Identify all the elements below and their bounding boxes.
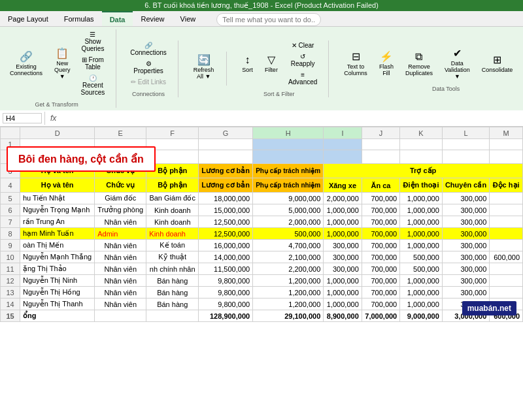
r9-phucap[interactable]: 4,700,000 xyxy=(253,240,324,251)
r10-phucap[interactable]: 2,100,000 xyxy=(253,251,324,263)
r13-hovaten[interactable]: Nguyễn Thị Hồng xyxy=(20,287,95,299)
r2-j[interactable] xyxy=(362,150,399,164)
r6-dochai[interactable] xyxy=(490,204,523,216)
r5-dochai[interactable] xyxy=(490,193,523,204)
r9-dienthoai[interactable]: 1,000,000 xyxy=(400,240,443,251)
r1-l[interactable] xyxy=(442,139,489,150)
formula-input[interactable] xyxy=(61,114,520,123)
r12-hovaten[interactable]: Nguyễn Thị Ninh xyxy=(20,275,95,287)
relations-button[interactable]: 🔀 Relatio... xyxy=(520,52,523,75)
r1-g[interactable] xyxy=(199,139,253,150)
col-e-header[interactable]: E xyxy=(95,127,146,139)
data-validation-button[interactable]: ✔ DataValidation ▼ xyxy=(440,45,475,82)
r6-dienthoai[interactable]: 1,000,000 xyxy=(400,204,443,216)
col-d-header[interactable]: D xyxy=(20,127,95,139)
r8-phucap[interactable]: 500,000 xyxy=(253,228,324,240)
r3-h[interactable]: Phụ cấp trách nhiệm xyxy=(253,164,324,178)
r3-g[interactable]: Lương cơ bản xyxy=(199,164,253,178)
sort-button[interactable]: ↕ Sort xyxy=(237,52,258,75)
tab-data[interactable]: Data xyxy=(102,11,133,26)
r4-xangxe[interactable]: Xăng xe xyxy=(324,178,362,193)
tab-formulas[interactable]: Formulas xyxy=(56,11,102,26)
r4-e[interactable]: Chức vụ xyxy=(95,178,146,193)
r11-bophan[interactable]: nh chính nhân xyxy=(146,263,199,275)
from-table-button[interactable]: ⊞ From Table xyxy=(78,55,109,72)
r6-chuyencan[interactable]: 300,000 xyxy=(442,204,489,216)
r1-m[interactable] xyxy=(490,139,523,150)
filter-button[interactable]: ▽ Filter xyxy=(260,52,282,75)
r12-luong[interactable]: 9,800,000 xyxy=(199,275,253,287)
r6-bophan[interactable]: Kinh doanh xyxy=(146,204,199,216)
r13-xangxe[interactable]: 1,000,000 xyxy=(324,287,362,299)
r2-k[interactable] xyxy=(400,150,443,164)
r12-phucap[interactable]: 1,200,000 xyxy=(253,275,324,287)
r14-hovaten[interactable]: Nguyễn Thị Thanh xyxy=(20,299,95,310)
consolidate-button[interactable]: ⊞ Consolidate xyxy=(477,52,518,75)
r8-chuyencan[interactable]: 300,000 xyxy=(442,228,489,240)
r13-phucap[interactable]: 1,200,000 xyxy=(253,287,324,299)
r11-luong[interactable]: 11,500,000 xyxy=(199,263,253,275)
r7-hovaten[interactable]: rần Trung An xyxy=(20,216,95,228)
r9-luong[interactable]: 16,000,000 xyxy=(199,240,253,251)
r4-dochai[interactable]: Độc hại xyxy=(490,178,523,193)
r11-phucap[interactable]: 2,200,000 xyxy=(253,263,324,275)
r12-dochai[interactable] xyxy=(490,275,523,287)
r13-dienthoai[interactable]: 1,000,000 xyxy=(400,287,443,299)
r5-anca[interactable]: 700,000 xyxy=(362,193,399,204)
r10-bophan[interactable]: Kỹ thuật xyxy=(146,251,199,263)
r10-chuyencan[interactable]: 300,000 xyxy=(442,251,489,263)
r11-anca[interactable]: 700,000 xyxy=(362,263,399,275)
r10-hovaten[interactable]: Nguyễn Mạnh Thắng xyxy=(20,251,95,263)
col-f-header[interactable]: F xyxy=(146,127,199,139)
r8-hovaten[interactable]: hạm Minh Tuấn xyxy=(20,228,95,240)
r13-chuyencan[interactable]: 300,000 xyxy=(442,287,489,299)
r6-hovaten[interactable]: Nguyễn Trọng Mạnh xyxy=(20,204,95,216)
r4-h[interactable]: Phụ cấp trách nhiệm xyxy=(253,178,324,193)
r2-i[interactable] xyxy=(324,150,362,164)
r9-xangxe[interactable]: 300,000 xyxy=(324,240,362,251)
r6-phucap[interactable]: 5,000,000 xyxy=(253,204,324,216)
r11-dienthoai[interactable]: 500,000 xyxy=(400,263,443,275)
r1-j[interactable] xyxy=(362,139,399,150)
r4-anca[interactable]: Ăn ca xyxy=(362,178,399,193)
r4-dienthoai[interactable]: Điện thoại xyxy=(400,178,443,193)
reapply-button[interactable]: ↺ Reapply xyxy=(285,52,320,69)
r7-chuyencan[interactable]: 300,000 xyxy=(442,216,489,228)
total-anca[interactable]: 7,000,000 xyxy=(362,310,399,322)
r5-bophan[interactable]: Ban Giám đốc xyxy=(146,193,199,204)
r3-tro-cap[interactable]: Trợ cấp xyxy=(324,164,523,178)
r1-i[interactable] xyxy=(324,139,362,150)
r13-bophan[interactable]: Bán hàng xyxy=(146,287,199,299)
recent-sources-button[interactable]: 🕐 Recent Sources xyxy=(78,73,109,97)
r12-xangxe[interactable]: 1,000,000 xyxy=(324,275,362,287)
total-label[interactable]: ổng xyxy=(20,310,95,322)
r1-k[interactable] xyxy=(400,139,443,150)
r5-hovaten[interactable]: hu Tiến Nhật xyxy=(20,193,95,204)
r4-d[interactable]: Họ và tên xyxy=(20,178,95,193)
r8-chucvu[interactable]: Admin xyxy=(95,228,146,240)
r10-dienthoai[interactable]: 500,000 xyxy=(400,251,443,263)
r12-dienthoai[interactable]: 1,000,000 xyxy=(400,275,443,287)
r2-l[interactable] xyxy=(442,150,489,164)
advanced-button[interactable]: ≡ Advanced xyxy=(285,70,320,87)
r11-chuyencan[interactable]: 300,000 xyxy=(442,263,489,275)
spreadsheet-container[interactable]: Bôi đen hàng, cột cần ẩn xyxy=(0,127,523,420)
r5-chucvu[interactable]: Giám đốc xyxy=(95,193,146,204)
r14-luong[interactable]: 9,800,000 xyxy=(199,299,253,310)
tab-page-layout[interactable]: Page Layout xyxy=(0,11,56,26)
r13-chucvu[interactable]: Nhân viên xyxy=(95,287,146,299)
r14-xangxe[interactable]: 1,000,000 xyxy=(324,299,362,310)
r9-dochai[interactable] xyxy=(490,240,523,251)
r8-xangxe[interactable]: 1,000,000 xyxy=(324,228,362,240)
r13-dochai[interactable] xyxy=(490,287,523,299)
col-j-header[interactable]: J xyxy=(362,127,399,139)
r12-chuyencan[interactable]: 300,000 xyxy=(442,275,489,287)
name-box[interactable] xyxy=(3,113,42,123)
total-xangxe[interactable]: 8,900,000 xyxy=(324,310,362,322)
r8-dienthoai[interactable]: 1,000,000 xyxy=(400,228,443,240)
r2-h[interactable] xyxy=(253,150,324,164)
r7-chucvu[interactable]: Nhân viên xyxy=(95,216,146,228)
r10-luong[interactable]: 14,000,000 xyxy=(199,251,253,263)
r14-chucvu[interactable]: Nhân viên xyxy=(95,299,146,310)
text-to-columns-button[interactable]: ⊟ Text toColumns xyxy=(339,48,372,78)
